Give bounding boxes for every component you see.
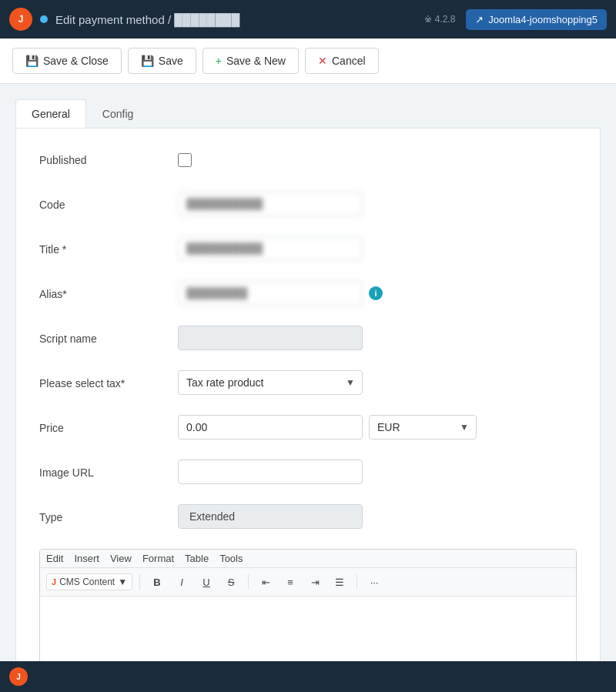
save-close-label: Save & Close	[43, 55, 109, 67]
script-name-input[interactable]	[178, 326, 363, 350]
align-left-button[interactable]: ⇤	[256, 572, 276, 592]
bold-button[interactable]: B	[147, 572, 167, 592]
save-new-button[interactable]: + Save & New	[203, 48, 299, 74]
form-panel: Published Code Title * Alias* i	[15, 129, 601, 692]
footer-joomla-logo: J	[9, 667, 28, 686]
image-url-row: Image URL	[39, 460, 577, 489]
published-checkbox[interactable]	[178, 153, 192, 167]
toolbar: 💾 Save & Close 💾 Save + Save & New ✕ Can…	[0, 38, 616, 84]
topbar-right: ※ 4.2.8 ↗ Joomla4-joomshopping5	[424, 9, 607, 30]
save-close-button[interactable]: 💾 Save & Close	[12, 48, 122, 74]
underline-button[interactable]: U	[196, 572, 216, 592]
published-row: Published	[39, 147, 577, 176]
save-icon: 💾	[141, 55, 154, 67]
editor-toolbar: J CMS Content ▼ B I U S ⇤ ≡ ⇥ ☰ ···	[40, 568, 576, 597]
title-control	[178, 236, 577, 261]
cancel-label: Cancel	[332, 55, 366, 67]
published-label: Published	[39, 147, 178, 169]
image-url-label: Image URL	[39, 460, 178, 481]
price-control: EUR ▼	[178, 415, 577, 440]
type-row: Type Extended	[39, 504, 577, 533]
topbar: J Edit payment method / ████████ ※ 4.2.8…	[0, 0, 616, 38]
price-label: Price	[39, 415, 178, 436]
price-row: Price EUR ▼	[39, 415, 577, 444]
tax-control: Tax rate product ▼	[178, 370, 577, 395]
cancel-button[interactable]: ✕ Cancel	[305, 48, 379, 74]
type-value: Extended	[178, 504, 363, 529]
italic-button[interactable]: I	[172, 572, 192, 592]
page-title: Edit payment method / ████████	[55, 13, 239, 26]
tab-general[interactable]: General	[15, 99, 86, 128]
tax-select-wrap: Tax rate product ▼	[178, 370, 363, 395]
editor-menubar: Edit Insert View Format Table Tools	[40, 550, 576, 568]
topbar-left: J Edit payment method / ████████	[9, 8, 239, 31]
joomla-logo: J	[9, 8, 32, 31]
editor-menu-edit[interactable]: Edit	[46, 553, 63, 564]
save-button[interactable]: 💾 Save	[128, 48, 196, 74]
save-close-icon: 💾	[25, 55, 38, 67]
tax-select[interactable]: Tax rate product	[178, 370, 363, 395]
cancel-icon: ✕	[318, 55, 327, 67]
code-label: Code	[39, 192, 178, 213]
cms-content-label: CMS Content	[59, 577, 115, 587]
save-new-icon: +	[216, 55, 222, 67]
cms-dropdown-icon: ▼	[118, 577, 127, 587]
image-url-input[interactable]	[178, 460, 363, 484]
editor-separator-1	[139, 574, 140, 590]
script-name-label: Script name	[39, 326, 178, 347]
cms-content-button[interactable]: J CMS Content ▼	[46, 573, 132, 590]
align-justify-button[interactable]: ☰	[330, 572, 350, 592]
alias-input[interactable]	[178, 281, 363, 306]
tax-label: Please select tax*	[39, 370, 178, 392]
editor-menu-table[interactable]: Table	[185, 553, 209, 564]
type-label: Type	[39, 504, 178, 526]
script-name-row: Script name	[39, 326, 577, 355]
editor-menu-tools[interactable]: Tools	[219, 553, 243, 564]
save-new-label: Save & New	[226, 55, 286, 67]
currency-select-wrap: EUR ▼	[369, 415, 477, 440]
editor-container: Edit Insert View Format Table Tools J CM…	[39, 549, 577, 674]
tax-row: Please select tax* Tax rate product ▼	[39, 370, 577, 399]
align-right-button[interactable]: ⇥	[305, 572, 325, 592]
code-row: Code	[39, 192, 577, 221]
code-input[interactable]	[178, 192, 363, 216]
currency-select[interactable]: EUR	[369, 415, 477, 440]
script-name-control	[178, 326, 577, 350]
align-center-button[interactable]: ≡	[280, 572, 300, 592]
published-control	[178, 147, 577, 167]
strikethrough-button[interactable]: S	[221, 572, 241, 592]
title-label: Title *	[39, 236, 178, 258]
alias-row: Alias* i	[39, 281, 577, 310]
editor-menu-view[interactable]: View	[110, 553, 132, 564]
editor-menu-format[interactable]: Format	[142, 553, 174, 564]
editor-separator-3	[357, 574, 357, 590]
save-label: Save	[159, 55, 183, 67]
site-button-label: Joomla4-joomshopping5	[488, 14, 598, 25]
alias-label: Alias*	[39, 281, 178, 303]
record-dot-icon	[40, 15, 48, 23]
editor-separator-2	[248, 574, 249, 590]
tab-config[interactable]: Config	[86, 99, 149, 128]
type-control: Extended	[178, 504, 577, 529]
alias-info-icon[interactable]: i	[369, 286, 383, 300]
title-input[interactable]	[178, 236, 363, 261]
image-url-control	[178, 460, 577, 484]
external-link-icon: ↗	[475, 14, 484, 25]
site-button[interactable]: ↗ Joomla4-joomshopping5	[466, 9, 607, 30]
footer-bar: J	[0, 661, 616, 692]
main-content: General Config Published Code Title *	[0, 84, 616, 692]
alias-control: i	[178, 281, 577, 306]
version-badge: ※ 4.2.8	[424, 14, 455, 25]
editor-menu-insert[interactable]: Insert	[74, 553, 99, 564]
joomla-cms-icon: J	[52, 577, 56, 587]
price-input[interactable]	[178, 415, 363, 440]
code-control	[178, 192, 577, 216]
tabs: General Config	[15, 99, 601, 129]
title-row: Title *	[39, 236, 577, 266]
more-button[interactable]: ···	[364, 572, 384, 592]
